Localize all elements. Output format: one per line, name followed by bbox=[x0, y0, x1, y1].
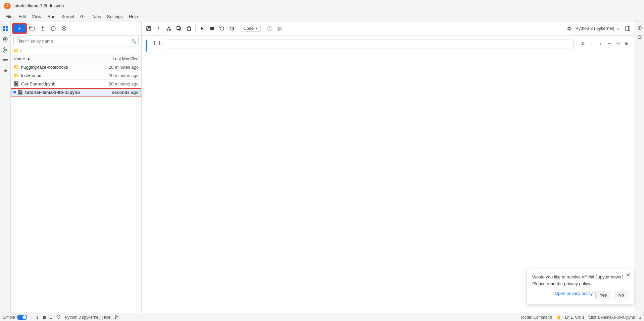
file-name: Get-Started.ipynb bbox=[21, 81, 92, 86]
svg-point-23 bbox=[167, 29, 168, 30]
menu-edit[interactable]: Edit bbox=[16, 13, 29, 20]
file-name-active: tutorial-llama-3-8b-it.ipynb bbox=[25, 90, 92, 95]
menu-git[interactable]: Git bbox=[78, 13, 89, 20]
sidebar-commands-icon[interactable] bbox=[1, 56, 10, 65]
col-modified-header[interactable]: Last Modified bbox=[92, 56, 139, 61]
cell-move-down-button[interactable]: ↓ bbox=[596, 40, 604, 48]
cell-content[interactable] bbox=[166, 40, 574, 49]
menu-bar: File Edit View Run Kernel Git Tabs Setti… bbox=[0, 12, 644, 21]
kernel-icon bbox=[56, 314, 61, 320]
file-table: Name ▲ Last Modified 📁 hugging-face-note… bbox=[11, 55, 141, 313]
folder-icon: 📁 bbox=[13, 73, 19, 78]
notification-body: Would you like to receive official Jupyt… bbox=[532, 274, 628, 287]
paste-button[interactable] bbox=[185, 24, 193, 33]
mode-label: Mode: Command bbox=[521, 315, 552, 320]
cell-type-dropdown[interactable]: Code bbox=[241, 25, 261, 32]
svg-point-48 bbox=[117, 316, 118, 317]
restart-button[interactable] bbox=[218, 24, 227, 33]
cell-delete-button[interactable]: 🗑 bbox=[623, 40, 631, 48]
sidebar-git-icon[interactable] bbox=[1, 46, 10, 54]
svg-point-24 bbox=[169, 29, 171, 30]
svg-point-5 bbox=[4, 38, 6, 40]
notification-actions: Open privacy policy Yes No bbox=[532, 291, 628, 299]
cell-prompt: [ ]: bbox=[150, 40, 163, 46]
notification-icon: 🔔 bbox=[556, 315, 561, 320]
notification-close-button[interactable]: ✕ bbox=[626, 272, 630, 278]
file-search-input[interactable] bbox=[13, 37, 139, 45]
cell-move-up-button[interactable]: ↑ bbox=[588, 40, 596, 48]
menu-file[interactable]: File bbox=[3, 13, 15, 20]
upload-button[interactable] bbox=[38, 24, 47, 33]
menu-settings[interactable]: Settings bbox=[104, 13, 126, 20]
notification-no-button[interactable]: No bbox=[614, 291, 628, 299]
cell-split-button[interactable]: ⊢ bbox=[605, 40, 613, 48]
sidebar-files-icon[interactable] bbox=[1, 24, 10, 33]
file-name: lost+found bbox=[21, 73, 92, 78]
stop-button[interactable] bbox=[208, 24, 216, 33]
new-button[interactable]: + bbox=[13, 24, 26, 33]
svg-marker-32 bbox=[201, 27, 204, 30]
kernel-info: Python 3 (ipykernel) ○ bbox=[565, 24, 619, 33]
right-sidebar-icons bbox=[635, 21, 644, 313]
cell-merge-button[interactable]: ⊣ bbox=[614, 40, 622, 48]
right-properties-icon[interactable] bbox=[636, 24, 643, 31]
menu-run[interactable]: Run bbox=[45, 13, 58, 20]
svg-rect-2 bbox=[3, 29, 5, 31]
svg-rect-21 bbox=[148, 26, 150, 28]
right-panel-toggle-btn[interactable] bbox=[623, 24, 632, 33]
git-button[interactable]: git bbox=[275, 24, 284, 33]
notebook-orange-icon: 📓 bbox=[13, 81, 19, 86]
right-debugger-icon[interactable] bbox=[636, 34, 643, 41]
kernel-settings-button[interactable] bbox=[565, 24, 574, 33]
col-name-header[interactable]: Name ▲ bbox=[13, 56, 92, 61]
bell-count: 1 bbox=[639, 315, 641, 320]
file-row-active[interactable]: 📓 tutorial-llama-3-8b-it.ipynb seconds a… bbox=[11, 88, 141, 97]
save-button[interactable] bbox=[144, 24, 153, 33]
position-label: Ln 1, Col 1 bbox=[565, 315, 585, 320]
cell-toolbar: ⧉ ↑ ↓ ⊢ ⊣ 🗑 bbox=[579, 40, 631, 48]
cut-button[interactable] bbox=[164, 24, 173, 33]
svg-point-8 bbox=[6, 49, 7, 51]
menu-view[interactable]: View bbox=[29, 13, 44, 20]
notification-yes-button[interactable]: Yes bbox=[595, 291, 611, 299]
cell-count: 1 bbox=[36, 315, 39, 320]
file-row[interactable]: 📓 Get-Started.ipynb 20 minutes ago bbox=[11, 80, 141, 88]
file-date: 20 minutes ago bbox=[92, 65, 139, 70]
file-search-area: 🔍 bbox=[11, 36, 141, 47]
upload-folder-button[interactable] bbox=[28, 24, 36, 33]
copy-button[interactable] bbox=[175, 24, 183, 33]
privacy-policy-link[interactable]: Open privacy policy bbox=[555, 291, 593, 299]
add-cell-button[interactable]: + bbox=[154, 24, 163, 33]
run-button[interactable] bbox=[198, 24, 206, 33]
svg-rect-29 bbox=[177, 26, 180, 29]
file-row[interactable]: 📁 hugging-face-notebooks 20 minutes ago bbox=[11, 63, 141, 71]
cell-icon: ◼ bbox=[43, 315, 46, 320]
clock-button[interactable]: 🕐 bbox=[265, 24, 274, 33]
menu-kernel[interactable]: Kernel bbox=[59, 13, 77, 20]
svg-point-41 bbox=[639, 28, 640, 29]
git-icon bbox=[114, 314, 119, 320]
notebook-cell: [ ]: ⧉ ↑ ↓ ⊢ ⊣ 🗑 bbox=[146, 40, 631, 52]
toggle-track[interactable] bbox=[17, 315, 27, 320]
cell-copy-button[interactable]: ⧉ bbox=[579, 40, 587, 48]
status-right: Mode: Command 🔔 Ln 1, Col 1 tutorial-lla… bbox=[521, 315, 641, 320]
menu-tabs[interactable]: Tabs bbox=[89, 13, 103, 20]
file-browser-panel: + 🔍 📁 / bbox=[11, 21, 142, 313]
window-title: tutorial-llama-3-8b-it.ipynb bbox=[13, 3, 64, 8]
sidebar-extensions-icon[interactable] bbox=[1, 67, 10, 76]
file-date-active: seconds ago bbox=[92, 90, 139, 95]
svg-point-7 bbox=[4, 51, 5, 52]
svg-rect-33 bbox=[210, 27, 214, 30]
kernel-status-label: Python 3 (ipykernel) | Idle bbox=[65, 315, 110, 320]
refresh-button[interactable] bbox=[49, 24, 58, 33]
simple-mode-toggle[interactable]: Simple bbox=[3, 315, 27, 320]
svg-marker-35 bbox=[256, 28, 258, 29]
new-launcher-button[interactable] bbox=[60, 24, 68, 33]
sidebar-running-icon[interactable] bbox=[1, 35, 10, 44]
toolbar-separator bbox=[195, 25, 196, 32]
active-indicator bbox=[13, 91, 16, 93]
menu-help[interactable]: Help bbox=[126, 13, 141, 20]
svg-point-43 bbox=[639, 37, 639, 37]
restart-run-button[interactable] bbox=[228, 24, 237, 33]
file-row[interactable]: 📁 lost+found 20 minutes ago bbox=[11, 71, 141, 80]
